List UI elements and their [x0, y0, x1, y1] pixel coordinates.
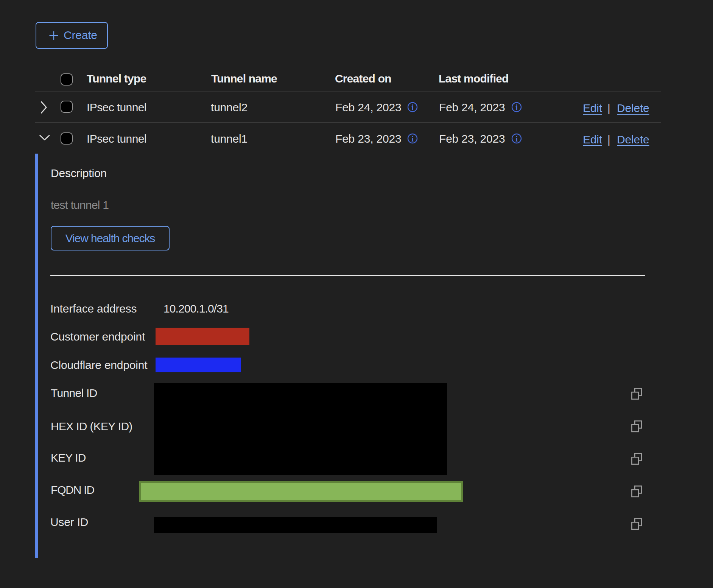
svg-text:i: i	[411, 103, 414, 112]
svg-text:i: i	[411, 135, 414, 143]
svg-text:i: i	[515, 103, 518, 112]
svg-text:i: i	[515, 135, 518, 143]
